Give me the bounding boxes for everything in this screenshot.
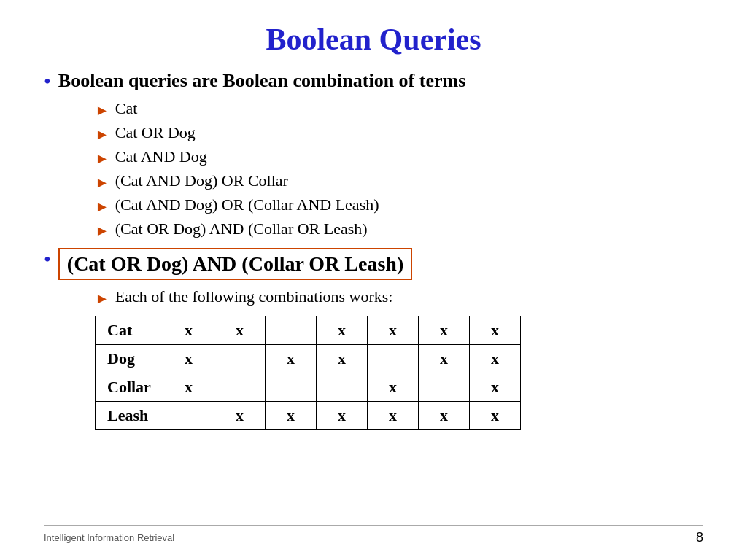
table-cell: x	[418, 402, 469, 430]
table-cell: x	[214, 316, 265, 345]
main-bullet-dot: •	[44, 71, 51, 92]
table-cell	[214, 345, 265, 373]
table-cell: x	[469, 316, 520, 345]
arrow-icon: ►	[95, 148, 109, 168]
list-item: ► (Cat OR Dog) AND (Collar OR Leash)	[95, 219, 703, 241]
table-cell: x	[316, 402, 367, 430]
table-cell: x	[469, 402, 520, 430]
arrow-icon: ►	[95, 124, 109, 144]
main-bullet-item: • Boolean queries are Boolean combinatio…	[44, 70, 703, 92]
table-cell: x	[418, 316, 469, 345]
table-cell: x	[418, 345, 469, 373]
table-cell	[316, 373, 367, 402]
table-cell: x	[214, 402, 265, 430]
highlighted-bullet-dot: •	[44, 249, 51, 270]
table-cell	[418, 373, 469, 402]
highlighted-bullet: • (Cat OR Dog) AND (Collar OR Leash)	[44, 248, 703, 280]
combinations-table: CatxxxxxxDogxxxxxCollarxxxLeashxxxxxx	[95, 316, 521, 430]
highlighted-query-text: (Cat OR Dog) AND (Collar OR Leash)	[67, 252, 403, 275]
list-item: ► (Cat AND Dog) OR (Collar AND Leash)	[95, 195, 703, 217]
following-text: Each of the following combinations works…	[115, 287, 393, 306]
table-row: Leashxxxxxx	[96, 402, 521, 430]
table-row: Collarxxx	[96, 373, 521, 402]
table-cell	[265, 316, 316, 345]
sub-item-text: (Cat OR Dog) AND (Collar OR Leash)	[115, 219, 368, 238]
table-cell	[265, 373, 316, 402]
sub-list: ► Cat ► Cat OR Dog ► Cat AND Dog ► (Cat …	[95, 99, 703, 241]
table-cell	[163, 402, 214, 430]
arrow-icon: ►	[95, 220, 109, 241]
table-cell: x	[316, 316, 367, 345]
list-item: ► Cat	[95, 99, 703, 120]
table-cell: x	[163, 345, 214, 373]
slide: Boolean Queries • Boolean queries are Bo…	[0, 0, 747, 560]
sub-item-text: (Cat AND Dog) OR Collar	[115, 171, 288, 190]
arrow-icon: ►	[95, 172, 109, 192]
page-number: 8	[696, 530, 703, 545]
table-cell	[214, 373, 265, 402]
following-item: ► Each of the following combinations wor…	[95, 287, 703, 308]
sub-item-text: Cat OR Dog	[115, 123, 196, 142]
main-bullet-text: Boolean queries are Boolean combination …	[58, 70, 465, 92]
table-cell: x	[367, 373, 418, 402]
sub-item-text: (Cat AND Dog) OR (Collar AND Leash)	[115, 195, 379, 214]
table-cell: x	[469, 345, 520, 373]
arrow-icon: ►	[95, 100, 109, 120]
list-item: ► (Cat AND Dog) OR Collar	[95, 171, 703, 192]
table-cell: x	[367, 316, 418, 345]
arrow-icon: ►	[95, 196, 109, 217]
table-cell: x	[265, 402, 316, 430]
table-cell: x	[163, 373, 214, 402]
list-item: ► Cat OR Dog	[95, 123, 703, 144]
slide-title: Boolean Queries	[44, 22, 703, 57]
table-cell: x	[163, 316, 214, 345]
sub-item-text: Cat AND Dog	[115, 147, 207, 166]
table-row: Catxxxxxx	[96, 316, 521, 345]
table-row-label: Cat	[96, 316, 163, 345]
table-cell: x	[265, 345, 316, 373]
highlighted-box: (Cat OR Dog) AND (Collar OR Leash)	[58, 248, 412, 280]
list-item: ► Cat AND Dog	[95, 147, 703, 168]
table-cell: x	[316, 345, 367, 373]
table-cell: x	[469, 373, 520, 402]
footer: Intelligent Information Retrieval 8	[44, 525, 703, 545]
table-row: Dogxxxxx	[96, 345, 521, 373]
table-cell	[367, 345, 418, 373]
table-row-label: Collar	[96, 373, 163, 402]
footer-left-text: Intelligent Information Retrieval	[44, 532, 174, 543]
following-sub: ► Each of the following combinations wor…	[95, 287, 703, 308]
content-area: • Boolean queries are Boolean combinatio…	[44, 70, 703, 525]
arrow-icon: ►	[95, 288, 109, 308]
table-cell: x	[367, 402, 418, 430]
table-row-label: Dog	[96, 345, 163, 373]
table-row-label: Leash	[96, 402, 163, 430]
sub-item-text: Cat	[115, 99, 138, 118]
